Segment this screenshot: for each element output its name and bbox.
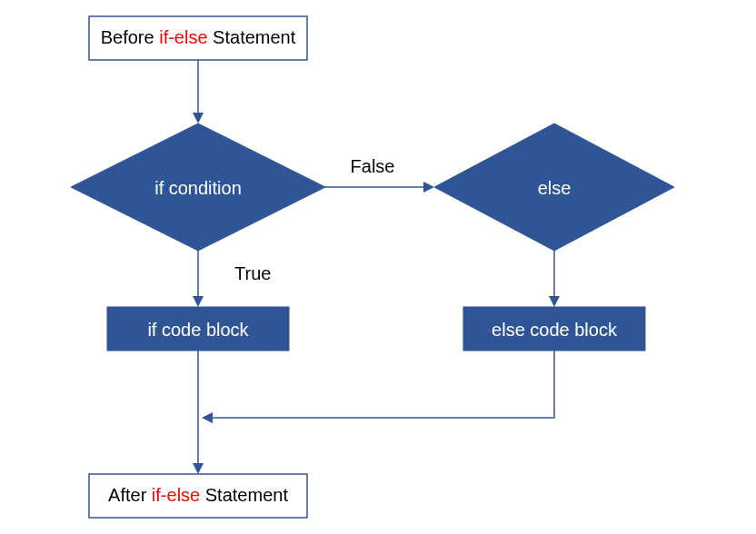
node-if-condition: if condition <box>71 124 325 251</box>
svg-marker-9 <box>193 296 204 307</box>
svg-marker-11 <box>549 296 560 307</box>
false-label: False <box>351 156 395 176</box>
edge-condition-false: False <box>325 156 434 193</box>
after-kw: if-else <box>152 485 200 505</box>
node-else-block: else code block <box>463 307 645 351</box>
edge-else-merge <box>202 351 554 423</box>
else-label: else <box>538 178 572 198</box>
svg-marker-3 <box>193 113 204 124</box>
else-block-label: else code block <box>492 320 618 340</box>
if-block-label: if code block <box>147 320 249 340</box>
svg-text:After if-else Statement: After if-else Statement <box>108 485 288 505</box>
node-after: After if-else Statement <box>89 474 307 518</box>
edge-else-down <box>549 251 560 307</box>
svg-marker-16 <box>193 463 204 474</box>
edge-condition-true: True <box>193 251 271 307</box>
before-kw: if-else <box>159 27 207 47</box>
svg-text:Before if-else Statement: Before if-else Statement <box>101 27 296 47</box>
edge-before-to-condition <box>193 60 204 124</box>
svg-marker-7 <box>423 182 434 193</box>
node-else: else <box>434 124 674 251</box>
before-post: Statement <box>208 27 296 47</box>
before-pre: Before <box>101 27 159 47</box>
edge-if-to-after <box>193 351 204 474</box>
if-condition-label: if condition <box>154 178 242 198</box>
node-if-block: if code block <box>107 307 289 351</box>
node-before: Before if-else Statement <box>89 16 307 60</box>
after-post: Statement <box>200 485 288 505</box>
svg-marker-14 <box>202 412 213 423</box>
after-pre: After <box>108 485 152 505</box>
true-label: True <box>234 263 271 283</box>
